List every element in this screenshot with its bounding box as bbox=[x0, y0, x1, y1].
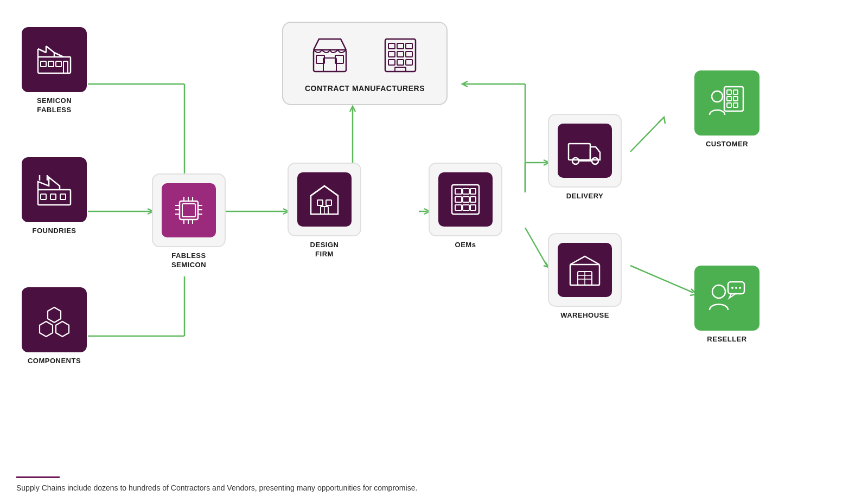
svg-rect-74 bbox=[463, 197, 469, 202]
svg-rect-19 bbox=[56, 61, 61, 67]
svg-point-100 bbox=[739, 287, 741, 289]
diagram-container: SEMICON FABLESS FOUNDRIES bbox=[0, 0, 868, 461]
svg-rect-20 bbox=[63, 61, 68, 73]
svg-rect-50 bbox=[317, 200, 323, 205]
svg-marker-33 bbox=[48, 307, 61, 323]
svg-marker-35 bbox=[56, 321, 69, 337]
svg-rect-64 bbox=[406, 51, 412, 57]
svg-rect-61 bbox=[406, 43, 412, 49]
svg-rect-92 bbox=[733, 96, 738, 101]
footer-divider bbox=[16, 476, 60, 478]
svg-rect-51 bbox=[326, 200, 331, 205]
svg-rect-65 bbox=[388, 60, 395, 65]
svg-line-24 bbox=[46, 46, 54, 53]
svg-rect-75 bbox=[470, 197, 476, 202]
svg-point-96 bbox=[712, 285, 725, 298]
node-foundries: FOUNDRIES bbox=[22, 157, 87, 236]
node-semicon-fabless: SEMICON FABLESS bbox=[22, 27, 87, 115]
warehouse-label: WAREHOUSE bbox=[560, 311, 609, 320]
svg-rect-93 bbox=[727, 103, 731, 107]
svg-point-95 bbox=[712, 91, 723, 102]
svg-rect-67 bbox=[406, 60, 412, 65]
contract-manufacturers-label: CONTRACT MANUFACTURERS bbox=[305, 83, 425, 93]
svg-rect-72 bbox=[470, 189, 476, 194]
node-fabless-semicon: FABLESS SEMICON bbox=[152, 173, 226, 270]
semicon-fabless-label: SEMICON FABLESS bbox=[37, 96, 72, 115]
svg-rect-90 bbox=[733, 90, 738, 94]
foundries-label: FOUNDRIES bbox=[32, 227, 76, 236]
node-warehouse: WAREHOUSE bbox=[548, 233, 622, 320]
svg-marker-34 bbox=[40, 321, 53, 337]
svg-rect-91 bbox=[727, 96, 731, 101]
svg-rect-30 bbox=[60, 194, 66, 199]
svg-rect-28 bbox=[41, 194, 46, 199]
footer: Supply Chains include dozens to hundreds… bbox=[16, 476, 852, 492]
svg-rect-70 bbox=[455, 189, 462, 194]
svg-rect-73 bbox=[455, 197, 462, 202]
svg-point-98 bbox=[731, 287, 733, 289]
svg-rect-60 bbox=[397, 43, 404, 49]
node-customer: CUSTOMER bbox=[694, 70, 760, 149]
svg-rect-66 bbox=[397, 60, 404, 65]
svg-line-22 bbox=[38, 49, 46, 53]
node-oems: OEMs bbox=[429, 163, 502, 250]
svg-rect-76 bbox=[455, 205, 462, 210]
svg-rect-54 bbox=[314, 50, 346, 72]
svg-rect-37 bbox=[182, 204, 195, 217]
oems-label: OEMs bbox=[455, 241, 476, 250]
svg-rect-71 bbox=[463, 189, 469, 194]
delivery-label: DELIVERY bbox=[566, 192, 604, 201]
svg-rect-17 bbox=[41, 61, 46, 67]
svg-rect-59 bbox=[388, 43, 395, 49]
svg-rect-94 bbox=[733, 103, 738, 107]
node-design-firm: DESIGN FIRM bbox=[288, 163, 361, 259]
svg-rect-29 bbox=[50, 194, 56, 199]
node-contract-manufacturers: CONTRACT MANUFACTURERS bbox=[282, 22, 448, 105]
svg-rect-77 bbox=[463, 205, 469, 210]
node-delivery: DELIVERY bbox=[548, 114, 622, 201]
footer-text: Supply Chains include dozens to hundreds… bbox=[16, 483, 852, 492]
node-components: COMPONENTS bbox=[22, 287, 87, 366]
svg-line-15 bbox=[630, 266, 693, 293]
svg-rect-62 bbox=[388, 51, 395, 57]
svg-line-13 bbox=[525, 228, 547, 266]
reseller-label: RESELLER bbox=[707, 335, 746, 344]
svg-line-14 bbox=[630, 119, 662, 152]
components-label: COMPONENTS bbox=[28, 357, 81, 366]
design-firm-label: DESIGN FIRM bbox=[310, 241, 339, 259]
fabless-semicon-label: FABLESS SEMICON bbox=[171, 252, 206, 270]
svg-rect-63 bbox=[397, 51, 404, 57]
svg-point-80 bbox=[572, 158, 579, 164]
svg-point-81 bbox=[592, 158, 598, 164]
svg-rect-79 bbox=[569, 144, 590, 160]
svg-rect-78 bbox=[470, 205, 476, 210]
svg-point-99 bbox=[735, 287, 737, 289]
customer-label: CUSTOMER bbox=[706, 140, 748, 149]
svg-rect-18 bbox=[48, 61, 54, 67]
svg-rect-55 bbox=[323, 58, 336, 72]
svg-rect-69 bbox=[452, 185, 479, 214]
svg-rect-89 bbox=[727, 90, 731, 94]
node-reseller: RESELLER bbox=[694, 266, 760, 344]
